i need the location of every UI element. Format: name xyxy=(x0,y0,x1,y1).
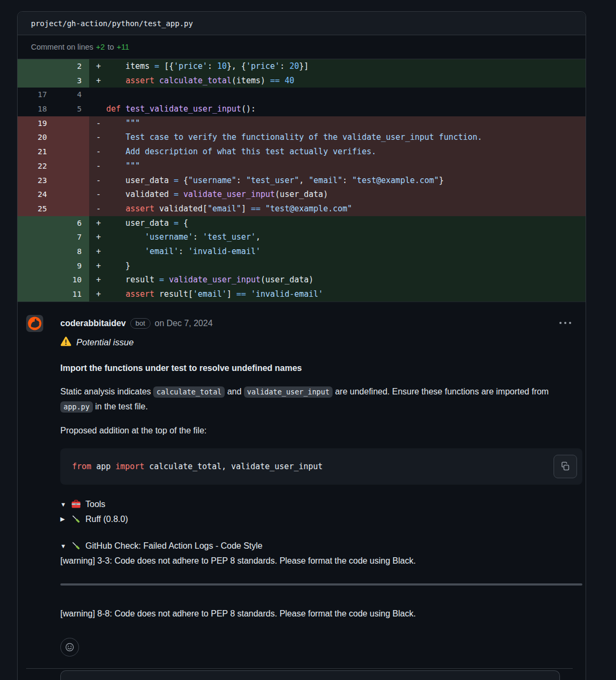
new-line-number[interactable]: 3 xyxy=(54,74,89,88)
inline-code: app.py xyxy=(60,401,93,413)
comment-date[interactable]: on Dec 7, 2024 xyxy=(155,319,213,328)
line-ref-start[interactable]: +2 xyxy=(96,43,105,51)
author-name[interactable]: coderabbitaidev xyxy=(60,319,126,328)
old-line-number[interactable]: 17 xyxy=(18,88,54,102)
old-line-number[interactable] xyxy=(18,259,54,273)
diff-marker: + xyxy=(96,59,106,74)
diff-marker: + xyxy=(96,273,106,287)
diff-code-cell: + assert calculate_total(items) == 40 xyxy=(89,74,586,88)
code-token: 'invalid-email' xyxy=(251,289,323,299)
code-token: def xyxy=(106,104,125,114)
diff-row: 25- assert validated["email"] == "test@e… xyxy=(18,202,586,216)
diff-code-cell: + assert result['email'] == 'invalid-ema… xyxy=(89,287,586,302)
old-line-number[interactable]: 18 xyxy=(18,102,54,116)
old-line-number[interactable]: 20 xyxy=(18,130,54,145)
triangle-down-icon: ▼ xyxy=(60,543,71,549)
code-token: [{ xyxy=(164,61,173,71)
code-token: }, { xyxy=(227,61,246,71)
new-line-number[interactable]: 10 xyxy=(54,273,89,287)
new-line-number[interactable] xyxy=(54,187,89,202)
file-path[interactable]: project/gh-action/python/test_app.py xyxy=(31,19,193,28)
code-token: assert xyxy=(125,204,159,214)
diff-row: 24- validated = validate_user_input(user… xyxy=(18,187,586,202)
diff-code-cell: + 'email': 'invalid-email' xyxy=(89,244,586,259)
details-tools[interactable]: ▼ Tools xyxy=(60,499,573,510)
code-token: = xyxy=(159,275,169,284)
new-line-number[interactable]: 5 xyxy=(54,102,89,116)
old-line-number[interactable] xyxy=(18,273,54,287)
new-line-number[interactable]: 2 xyxy=(54,59,89,74)
diff-marker: - xyxy=(96,173,106,188)
code-token: 'email' xyxy=(145,247,178,256)
code-token: validated[ xyxy=(159,204,207,214)
diff-row: 174 xyxy=(18,88,586,102)
add-reaction-button[interactable] xyxy=(60,638,79,657)
old-line-number[interactable] xyxy=(18,287,54,302)
diff-code-cell: + items = [{'price': 10}, {'price': 20}] xyxy=(89,59,586,74)
comment-heading: Import the functions under test to resol… xyxy=(60,363,573,373)
old-line-number[interactable] xyxy=(18,59,54,74)
new-line-number[interactable]: 4 xyxy=(54,88,89,102)
details-github-check[interactable]: ▼ GitHub Check: Failed Action Logs - Cod… xyxy=(60,540,573,552)
diff-code-line: 'email': 'invalid-email' xyxy=(106,244,260,259)
reply-input[interactable] xyxy=(60,670,560,680)
diff-code-cell: - assert validated["email"] == "test@exa… xyxy=(89,202,586,216)
new-line-number[interactable] xyxy=(54,145,89,159)
old-line-number[interactable]: 23 xyxy=(18,173,54,188)
new-line-number[interactable] xyxy=(54,202,89,216)
code-token: 10 xyxy=(217,61,227,71)
old-line-number[interactable] xyxy=(18,74,54,88)
new-line-number[interactable] xyxy=(54,130,89,145)
code-token: : xyxy=(236,176,246,185)
diff-code-line: validated = validate_user_input(user_dat… xyxy=(106,187,328,202)
new-line-number[interactable] xyxy=(54,159,89,173)
new-line-number[interactable]: 9 xyxy=(54,259,89,273)
old-line-number[interactable]: 21 xyxy=(18,145,54,159)
diff-code-cell: + } xyxy=(89,259,586,273)
new-line-number[interactable]: 8 xyxy=(54,244,89,259)
code-token: test_validate_user_input xyxy=(125,104,241,114)
old-line-number[interactable]: 24 xyxy=(18,187,54,202)
diff-marker: - xyxy=(96,130,106,145)
old-line-number[interactable]: 22 xyxy=(18,159,54,173)
code-token: ] xyxy=(227,289,236,299)
new-line-number[interactable] xyxy=(54,173,89,188)
code-token xyxy=(106,232,145,242)
code-token: (items) xyxy=(232,76,270,85)
code-token: }] xyxy=(299,61,309,71)
diff-code-cell: - user_data = {"username": "test_user", … xyxy=(89,173,586,188)
old-line-number[interactable] xyxy=(18,230,54,244)
code-token: validate_user_input xyxy=(169,275,260,284)
code-token: "test@example.com" xyxy=(265,204,352,214)
line-ref-end[interactable]: +11 xyxy=(117,43,130,51)
diff-marker: + xyxy=(96,287,106,302)
diff-code-cell: - validated = validate_user_input(user_d… xyxy=(89,187,586,202)
code-token: """ xyxy=(125,161,140,171)
comment-paragraph: Static analysis indicates calculate_tota… xyxy=(60,384,573,414)
code-token: result xyxy=(106,275,159,284)
new-line-number[interactable]: 6 xyxy=(54,216,89,231)
divider xyxy=(60,583,582,586)
diff-row: 185def test_validate_user_input(): xyxy=(18,102,586,116)
inline-code: validate_user_input xyxy=(244,386,333,398)
avatar[interactable] xyxy=(26,315,43,332)
code-token: 'price' xyxy=(173,61,207,71)
diff-code-line: Test case to verify the functionality of… xyxy=(106,130,482,145)
old-line-number[interactable] xyxy=(18,216,54,231)
diff-marker: + xyxy=(96,74,106,88)
new-line-number[interactable]: 7 xyxy=(54,230,89,244)
code-token: validated xyxy=(106,189,173,199)
details-ruff[interactable]: ▶ Ruff (0.8.0) xyxy=(60,513,573,525)
new-line-number[interactable]: 11 xyxy=(54,287,89,302)
kebab-menu-icon[interactable] xyxy=(558,319,572,329)
new-line-number[interactable] xyxy=(54,116,89,131)
old-line-number[interactable]: 25 xyxy=(18,202,54,216)
diff-code-cell: + user_data = { xyxy=(89,216,586,231)
section-label: GitHub Check: Failed Action Logs - Code … xyxy=(85,541,263,551)
code-token: , xyxy=(299,176,309,185)
diff-marker: + xyxy=(96,216,106,231)
code-token: : xyxy=(343,176,352,185)
old-line-number[interactable] xyxy=(18,244,54,259)
copy-button[interactable] xyxy=(554,455,577,478)
old-line-number[interactable]: 19 xyxy=(18,116,54,131)
